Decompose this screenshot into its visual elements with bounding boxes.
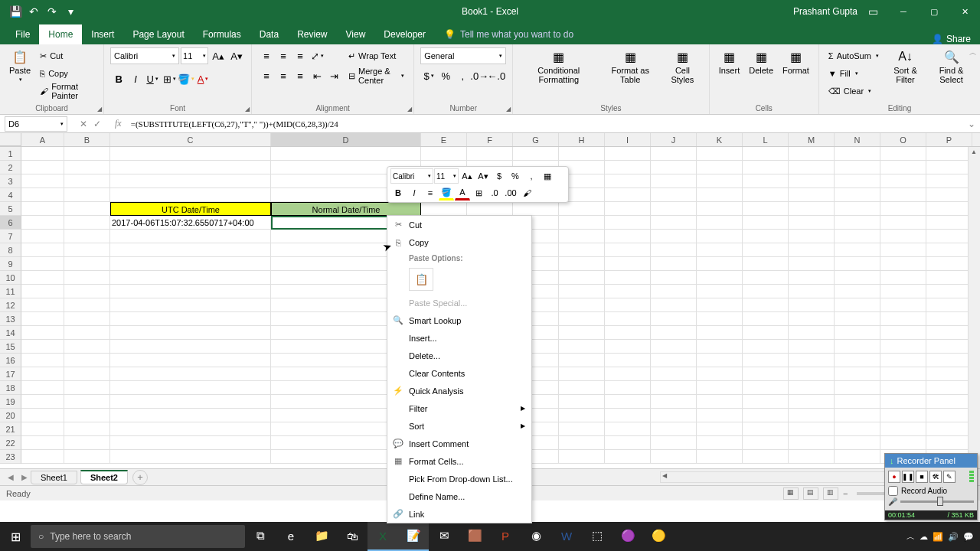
cell-o12[interactable] [880, 298, 926, 312]
cell-i10[interactable] [605, 271, 651, 285]
row-header-8[interactable]: 8 [0, 243, 21, 257]
tab-home[interactable]: Home [39, 24, 82, 44]
cell-n10[interactable] [835, 271, 880, 285]
cell-m6[interactable] [789, 216, 835, 230]
cell-j10[interactable] [651, 271, 697, 285]
cell-b15[interactable] [64, 340, 110, 354]
cell-o16[interactable] [880, 354, 926, 367]
sheet-nav-next-icon[interactable]: ▶ [21, 473, 28, 481]
cell-c1[interactable] [110, 147, 271, 161]
cell-b4[interactable] [64, 188, 110, 202]
cell-e1[interactable] [421, 147, 467, 161]
tab-page-layout[interactable]: Page Layout [123, 24, 193, 44]
cell-o11[interactable] [880, 285, 926, 298]
cell-a3[interactable] [21, 174, 64, 188]
cut-button[interactable]: ✂Cut [37, 47, 97, 64]
cell-c23[interactable] [110, 450, 271, 464]
cell-l10[interactable] [743, 271, 789, 285]
close-button[interactable]: ✕ [949, 0, 980, 23]
cell-c3[interactable] [110, 174, 271, 188]
cell-l12[interactable] [743, 298, 789, 312]
cell-a1[interactable] [21, 147, 64, 161]
user-name[interactable]: Prashant Gupta [793, 6, 858, 17]
cell-j19[interactable] [651, 395, 697, 409]
autosum-button[interactable]: ΣAutoSum▾ [825, 47, 882, 64]
cell-m17[interactable] [789, 367, 835, 381]
mini-format-painter-button[interactable]: 🖌 [519, 185, 534, 201]
cell-m21[interactable] [789, 422, 835, 436]
col-header-a[interactable]: A [21, 133, 64, 146]
cell-a18[interactable] [21, 381, 64, 395]
cell-i8[interactable] [605, 243, 651, 257]
cell-o5[interactable] [880, 202, 926, 216]
cell-i7[interactable] [605, 230, 651, 243]
cell-i21[interactable] [605, 422, 651, 436]
cell-b14[interactable] [64, 326, 110, 340]
increase-font-button[interactable]: A▴ [210, 47, 227, 64]
ctx-sort[interactable]: Sort▶ [387, 417, 531, 435]
cell-o1[interactable] [880, 147, 926, 161]
fill-button[interactable]: ▼Fill▾ [825, 65, 882, 82]
cell-h1[interactable] [559, 147, 605, 161]
tab-review[interactable]: Review [288, 24, 336, 44]
cell-m14[interactable] [789, 326, 835, 340]
cell-j9[interactable] [651, 257, 697, 271]
cell-p9[interactable] [926, 257, 972, 271]
record-audio-checkbox[interactable] [888, 486, 898, 496]
cell-j3[interactable] [651, 174, 697, 188]
align-center-button[interactable]: ≡ [275, 67, 292, 84]
cell-k5[interactable] [697, 202, 743, 216]
cell-p5[interactable] [926, 202, 972, 216]
copy-button[interactable]: ⎘Copy [37, 65, 97, 82]
row-header-15[interactable]: 15 [0, 340, 21, 354]
col-header-n[interactable]: N [835, 133, 880, 146]
cell-p20[interactable] [926, 409, 972, 422]
tab-developer[interactable]: Developer [374, 24, 435, 44]
cell-i20[interactable] [605, 409, 651, 422]
cell-j8[interactable] [651, 243, 697, 257]
cell-h14[interactable] [559, 326, 605, 340]
cell-k7[interactable] [697, 230, 743, 243]
mini-borders-button[interactable]: ⊞ [471, 185, 486, 201]
cell-o10[interactable] [880, 271, 926, 285]
row-header-1[interactable]: 1 [0, 147, 21, 161]
cell-n12[interactable] [835, 298, 880, 312]
normal-view-button[interactable]: ▦ [783, 487, 799, 500]
cell-g5[interactable] [513, 202, 559, 216]
cell-a16[interactable] [21, 354, 64, 367]
row-header-2[interactable]: 2 [0, 161, 21, 174]
cell-a6[interactable] [21, 216, 64, 230]
taskbar-app3-icon[interactable]: 🟡 [643, 522, 674, 551]
cell-j5[interactable] [651, 202, 697, 216]
clipboard-launcher-icon[interactable]: ◢ [97, 106, 102, 112]
cell-m7[interactable] [789, 230, 835, 243]
page-break-view-button[interactable]: ▥ [823, 487, 838, 500]
cancel-formula-icon[interactable]: ✕ [80, 119, 87, 129]
cell-k15[interactable] [697, 340, 743, 354]
cell-a19[interactable] [21, 395, 64, 409]
ctx-copy[interactable]: ⎘Copy [387, 233, 531, 251]
tray-chevron-icon[interactable]: ︿ [906, 531, 915, 543]
cell-b1[interactable] [64, 147, 110, 161]
mini-decrease-font-button[interactable]: A▾ [475, 168, 491, 184]
cell-b2[interactable] [64, 161, 110, 174]
cell-h12[interactable] [559, 298, 605, 312]
cell-n16[interactable] [835, 354, 880, 367]
taskbar-store-icon[interactable]: 🛍 [337, 522, 368, 551]
cell-p18[interactable] [926, 381, 972, 395]
cell-i17[interactable] [605, 367, 651, 381]
ctx-cut[interactable]: ✂Cut [387, 216, 531, 233]
cell-c11[interactable] [110, 285, 271, 298]
tab-file[interactable]: File [6, 24, 39, 44]
task-view-button[interactable]: ⧉ [245, 522, 276, 551]
taskbar-app2-icon[interactable]: 🟣 [612, 522, 643, 551]
alignment-launcher-icon[interactable]: ◢ [407, 106, 412, 112]
cell-a5[interactable] [21, 202, 64, 216]
row-header-16[interactable]: 16 [0, 354, 21, 367]
cell-g1[interactable] [513, 147, 559, 161]
cell-k12[interactable] [697, 298, 743, 312]
cell-i15[interactable] [605, 340, 651, 354]
paste-button[interactable]: 📋Paste▾ [6, 47, 34, 84]
cell-j21[interactable] [651, 422, 697, 436]
taskbar-edge-icon[interactable]: e [276, 522, 306, 551]
